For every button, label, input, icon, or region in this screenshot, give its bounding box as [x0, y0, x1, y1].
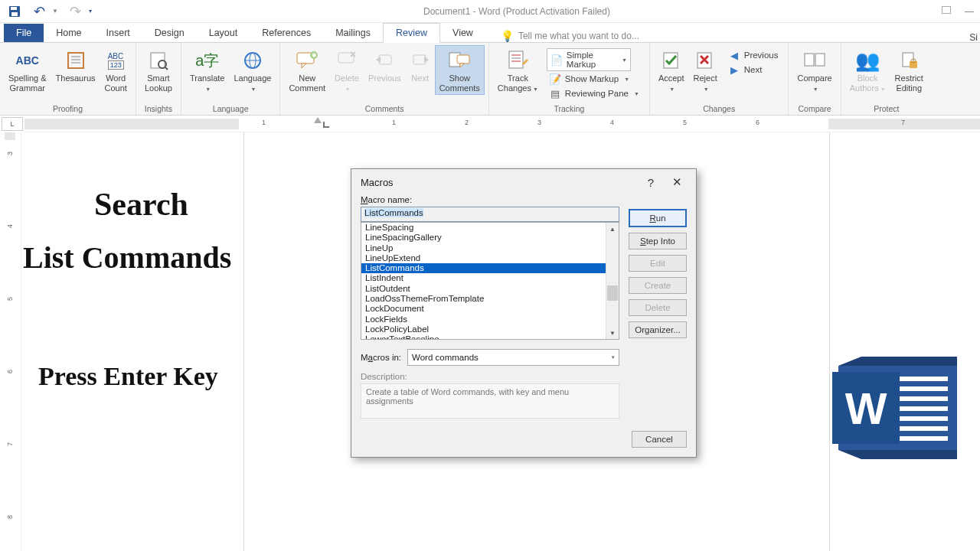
tab-home[interactable]: Home	[44, 24, 93, 42]
tell-me-search[interactable]: 💡 Tell me what you want to do...	[501, 30, 639, 42]
create-button[interactable]: Create	[629, 277, 687, 294]
tab-mailings[interactable]: Mailings	[323, 24, 383, 42]
undo-drop-icon[interactable]: ▼	[52, 8, 58, 15]
markup-display-combo[interactable]: 📄Simple Markup▼	[547, 48, 631, 71]
scroll-down-icon[interactable]: ▼	[606, 327, 619, 339]
dialog-titlebar[interactable]: Macros ? ✕	[351, 169, 696, 195]
run-button[interactable]: Run	[629, 209, 687, 227]
list-item[interactable]: LineSpacingGallery	[361, 233, 619, 243]
list-item[interactable]: ListOutdent	[361, 284, 619, 294]
svg-rect-2	[11, 12, 18, 16]
window-controls: —	[942, 6, 980, 17]
reject-button[interactable]: Reject▼	[689, 45, 722, 95]
track-changes-button[interactable]: Track Changes▼	[493, 45, 543, 95]
smart-lookup-button[interactable]: Smart Lookup	[140, 45, 177, 95]
svg-rect-17	[338, 53, 354, 63]
thesaurus-button[interactable]: Thesaurus	[51, 45, 100, 86]
scroll-thumb[interactable]	[607, 285, 618, 301]
new-comment-button[interactable]: ✱ New Comment	[284, 45, 330, 95]
show-comments-button[interactable]: Show Comments	[435, 45, 485, 95]
list-item[interactable]: LineUp	[361, 243, 619, 253]
save-icon[interactable]	[8, 5, 21, 18]
tab-stop-icon[interactable]	[323, 122, 329, 128]
macro-name-input[interactable]: ListCommands	[361, 207, 619, 222]
edit-button[interactable]: Edit	[629, 255, 687, 272]
tab-selector[interactable]: L	[2, 117, 23, 131]
group-comments: ✱ New Comment Delete▼ Previous Next Show…	[280, 43, 488, 115]
list-item[interactable]: LowerTextBaseline	[361, 334, 619, 339]
group-language: a字 Translate▼ Language▼ Language	[181, 43, 280, 115]
reviewing-pane-button[interactable]: ▤Reviewing Pane ▼	[547, 86, 642, 100]
block-authors-button[interactable]: 👥 Block Authors▼	[845, 45, 890, 95]
undo-icon[interactable]: ↶	[32, 5, 46, 18]
thesaurus-icon	[66, 47, 86, 73]
prev-comment-icon	[374, 47, 394, 73]
list-item[interactable]: LockDocument	[361, 304, 619, 314]
redo-icon[interactable]: ↷	[69, 5, 83, 18]
compare-icon	[803, 47, 826, 73]
group-compare: Compare▼ Compare	[789, 43, 841, 115]
close-icon[interactable]: ✕	[664, 171, 690, 194]
prev-change-icon: ◀	[728, 49, 740, 61]
previous-comment-button[interactable]: Previous	[364, 45, 406, 86]
tell-me-placeholder: Tell me what you want to do...	[518, 31, 639, 41]
svg-rect-39	[910, 61, 917, 68]
next-change-button[interactable]: ▶Next	[726, 63, 781, 77]
description-label: Description:	[361, 372, 619, 381]
list-item[interactable]: ListCommands	[361, 263, 619, 273]
delete-button[interactable]: Delete	[629, 299, 687, 316]
macros-in-combo[interactable]: Word commands ▾	[407, 349, 619, 366]
help-icon[interactable]: ?	[638, 171, 664, 194]
description-box: Create a table of Word commands, with ke…	[361, 383, 619, 419]
list-item[interactable]: LockFields	[361, 315, 619, 324]
show-markup-icon: 📝	[549, 73, 561, 85]
restrict-editing-button[interactable]: Restrict Editing	[890, 45, 928, 95]
macros-dialog: Macros ? ✕ Macro name: ListCommands Line…	[351, 168, 697, 458]
reviewing-pane-icon: ▤	[549, 87, 561, 99]
compare-button[interactable]: Compare▼	[792, 45, 836, 95]
list-item[interactable]: LineUpExtend	[361, 253, 619, 263]
tab-design[interactable]: Design	[142, 24, 197, 42]
show-markup-button[interactable]: 📝Show Markup▼	[547, 72, 642, 86]
tab-review[interactable]: Review	[383, 23, 440, 43]
annotation-list-commands: List Commands	[23, 240, 231, 276]
delete-comment-icon	[337, 47, 357, 73]
next-comment-icon	[410, 47, 430, 73]
cancel-button[interactable]: Cancel	[632, 431, 687, 448]
ribbon-tabs: File Home Insert Design Layout Reference…	[0, 23, 980, 43]
list-item[interactable]: ListIndent	[361, 273, 619, 283]
spelling-grammar-button[interactable]: ABC Spelling & Grammar	[4, 45, 51, 95]
delete-comment-button[interactable]: Delete▼	[330, 45, 364, 95]
listbox-scrollbar[interactable]: ▲ ▼	[606, 223, 619, 339]
list-item[interactable]: LockPolicyLabel	[361, 324, 619, 334]
tab-insert[interactable]: Insert	[94, 24, 142, 42]
chevron-down-icon: ▾	[612, 354, 615, 360]
svg-rect-3	[68, 53, 83, 68]
language-button[interactable]: Language▼	[229, 45, 276, 95]
tab-view[interactable]: View	[440, 24, 485, 42]
ribbon-options-icon[interactable]	[942, 6, 951, 14]
next-comment-button[interactable]: Next	[406, 45, 435, 86]
macro-listbox[interactable]: LineSpacingLineSpacingGalleryLineUpLineU…	[361, 222, 619, 340]
window-title: Document1 - Word (Product Activation Fai…	[92, 6, 942, 17]
minimize-icon[interactable]: —	[965, 6, 974, 17]
list-item[interactable]: LineSpacing	[361, 223, 619, 233]
tab-references[interactable]: References	[250, 24, 323, 42]
step-into-button[interactable]: Step Into	[629, 233, 687, 249]
list-item[interactable]: LoadOssThemeFromTemplate	[361, 294, 619, 304]
dialog-title: Macros	[361, 177, 638, 188]
scroll-up-icon[interactable]: ▲	[606, 223, 619, 235]
previous-change-button[interactable]: ◀Previous	[726, 48, 781, 62]
group-insights: Smart Lookup Insights	[136, 43, 181, 115]
accept-button[interactable]: Accept▼	[654, 45, 689, 95]
word-count-button[interactable]: ABC123 Word Count	[100, 45, 132, 95]
translate-button[interactable]: a字 Translate▼	[185, 45, 229, 95]
macro-name-label: Macro name:	[361, 195, 619, 204]
indent-marker-icon[interactable]	[314, 117, 322, 123]
sign-in[interactable]: Si	[969, 32, 978, 43]
organizer-button[interactable]: Organizer...	[629, 321, 687, 338]
tab-layout[interactable]: Layout	[197, 24, 250, 42]
annotation-press-enter: Press Enter Key	[38, 362, 218, 391]
ribbon: ABC Spelling & Grammar Thesaurus ABC123 …	[0, 43, 980, 116]
tab-file[interactable]: File	[4, 24, 44, 42]
